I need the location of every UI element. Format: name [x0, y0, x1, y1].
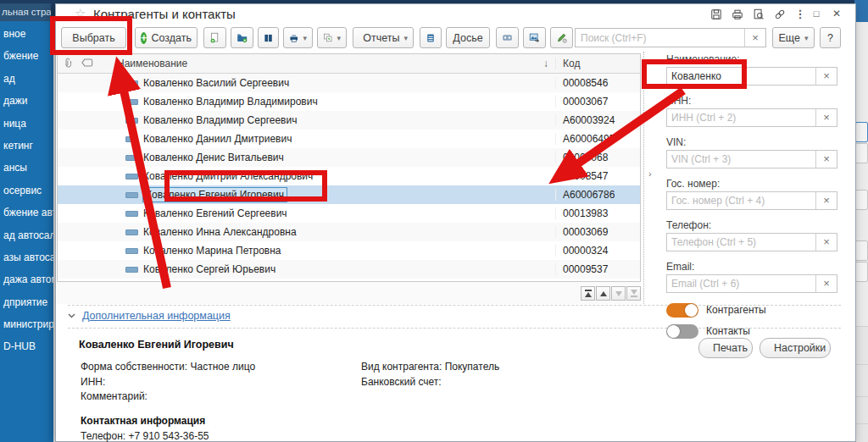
toggle-switch[interactable]	[666, 303, 698, 318]
table-row[interactable]: Коваленко Дмитрий Александрович 00008547	[58, 167, 640, 185]
scroll-top-icon[interactable]	[581, 286, 595, 301]
clear-field-icon[interactable]: ×	[815, 109, 837, 126]
additional-info-section: Дополнительная информация	[68, 307, 231, 325]
columns-view-button[interactable]	[258, 27, 279, 48]
edit-button[interactable]	[550, 27, 573, 48]
print-icon[interactable]	[730, 8, 745, 21]
reports-button[interactable]: Отчеты ▾	[353, 27, 414, 48]
table-row[interactable]: Коваленко Владимир Владимирович 00003067	[58, 92, 640, 111]
name-cell[interactable]: Коваленко Марина Петровна	[97, 245, 555, 257]
name-cell[interactable]: Коваленко Владимир Сергеевич	[97, 114, 555, 126]
create-button[interactable]: + Создать	[135, 27, 198, 48]
list-settings-button[interactable]	[420, 27, 442, 48]
sidebar-item[interactable]: министрирова	[0, 313, 53, 335]
scroll-bottom-icon[interactable]	[626, 286, 641, 301]
dossier-button[interactable]: Досье	[446, 27, 490, 48]
save-icon[interactable]	[709, 8, 724, 21]
name-cell[interactable]: Коваленко Евгений Игоревич	[97, 188, 555, 202]
name-cell[interactable]: Коваленко Инна Александровна	[97, 226, 555, 238]
close-icon[interactable]: ✕	[829, 8, 844, 21]
kebab-icon[interactable]: ⋮	[793, 8, 808, 21]
new-folder-button[interactable]	[231, 27, 253, 48]
print-list-button[interactable]: ▾	[283, 27, 313, 48]
image-button[interactable]	[523, 27, 546, 48]
clear-field-icon[interactable]: ×	[815, 192, 837, 209]
scroll-down-icon[interactable]	[611, 286, 626, 301]
filter-toggle: Контакты	[666, 323, 837, 339]
clear-field-icon[interactable]: ×	[815, 234, 837, 251]
table-row[interactable]: Коваленко Василий Сергеевич 00008546	[58, 74, 640, 92]
copy-move-button[interactable]: ▾	[317, 27, 347, 48]
taskbar-tab-home[interactable]: льная страниц	[0, 3, 51, 21]
clear-field-icon[interactable]: ×	[815, 68, 837, 85]
settings-button[interactable]: Настройки	[760, 338, 831, 358]
sidebar-item[interactable]: ница	[0, 113, 53, 135]
print-details-button[interactable]: Печать	[698, 338, 753, 358]
new-folder-icon	[236, 31, 248, 44]
sidebar-item[interactable]: ансы	[0, 157, 53, 179]
filter-field-input[interactable]	[667, 192, 815, 209]
chevron-down-icon[interactable]	[68, 313, 75, 318]
select-button[interactable]: Выбрать	[61, 27, 126, 48]
sidebar-item[interactable]: дажа автомоб	[0, 268, 53, 290]
filter-field-label: Наименование:	[666, 53, 837, 65]
additional-info-link[interactable]: Дополнительная информация	[82, 310, 231, 322]
card-icon	[502, 31, 513, 44]
clear-field-icon[interactable]: ×	[815, 151, 837, 168]
name-cell[interactable]: Коваленко Сергей Юрьевич	[97, 263, 555, 275]
table-row[interactable]: Коваленко Марина Петровна 00000324	[58, 241, 640, 260]
name-cell[interactable]: Коваленко Владимир Владимирович	[97, 96, 555, 108]
dossier-button-label: Досье	[453, 32, 482, 44]
card-button[interactable]	[496, 27, 519, 48]
sidebar-item[interactable]: вное	[0, 23, 53, 45]
table-row[interactable]: Коваленко Владимир Сергеевич A60003924	[58, 111, 640, 130]
filter-field-input[interactable]	[667, 275, 815, 292]
scroll-up-icon[interactable]	[596, 286, 610, 301]
name-cell[interactable]: Коваленко Даниил Дмитриевич	[97, 133, 555, 145]
maximize-icon[interactable]: □	[809, 8, 824, 21]
filter-field-input[interactable]	[667, 109, 815, 126]
sidebar-item[interactable]: ад автосалон	[0, 224, 53, 246]
table-row[interactable]: Коваленко Даниил Дмитриевич A60006495	[58, 130, 640, 148]
sidebar-item[interactable]: дажи	[0, 90, 53, 112]
sidebar-item[interactable]: бжение	[0, 45, 53, 67]
filter-field-input[interactable]	[667, 151, 815, 168]
window-titlebar: ☆ Контрагенты и контакты ⋮ □ ✕	[56, 4, 855, 25]
new-document-button[interactable]	[203, 27, 226, 48]
sidebar-item[interactable]: кетинг	[0, 135, 53, 157]
table-row[interactable]: Коваленко Евгений Игоревич A60006786	[58, 185, 640, 204]
search-input[interactable]	[576, 29, 744, 47]
sidebar-item[interactable]: осервис	[0, 180, 53, 202]
name-cell[interactable]: Коваленко Василий Сергеевич	[97, 77, 555, 89]
name-cell[interactable]: Коваленко Евгений Сергеевич	[97, 207, 555, 219]
sidebar-item[interactable]: дприятие	[0, 291, 53, 313]
column-header-name[interactable]: Наименование ↓	[97, 58, 555, 69]
screen: льная страниц вное бжение ад дажи ница к…	[0, 0, 868, 442]
clear-field-icon[interactable]: ×	[815, 275, 837, 292]
sidebar-item[interactable]: D-HUB	[0, 335, 53, 357]
filter-field-input[interactable]	[667, 234, 815, 251]
search-clear-icon[interactable]: ×	[744, 29, 765, 47]
item-marker-icon	[125, 80, 138, 86]
name-cell[interactable]: Коваленко Дмитрий Александрович	[97, 170, 555, 182]
table-header[interactable]: Наименование ↓ Код	[58, 54, 640, 74]
help-button[interactable]: ?	[820, 27, 841, 48]
panel-splitter[interactable]	[643, 52, 644, 304]
filter-field-input[interactable]	[667, 68, 815, 85]
table-row[interactable]: Коваленко Сергей Юрьевич 00009537	[58, 260, 640, 279]
table-row[interactable]: Коваленко Денис Витальевич 00003068	[58, 148, 640, 167]
sidebar-item[interactable]: ад	[0, 68, 53, 90]
column-header-code[interactable]: Код	[555, 58, 640, 69]
sidebar-item[interactable]: азы автосало	[0, 246, 53, 268]
panel-expander-icon[interactable]: ›	[648, 169, 652, 179]
favorite-star-icon[interactable]: ☆	[75, 6, 86, 21]
table-row[interactable]: Коваленко Евгений Сергеевич 00013983	[58, 204, 640, 223]
table-row[interactable]: Коваленко Инна Александровна 00003069	[58, 223, 640, 241]
link-icon[interactable]	[772, 8, 787, 21]
name-cell[interactable]: Коваленко Денис Витальевич	[97, 152, 555, 163]
sidebar-item[interactable]: бжение автос	[0, 202, 53, 224]
more-button[interactable]: Еще ▾	[772, 27, 815, 48]
toggle-switch[interactable]	[666, 324, 698, 339]
new-document-icon	[209, 31, 220, 44]
preview-icon[interactable]	[751, 8, 766, 21]
